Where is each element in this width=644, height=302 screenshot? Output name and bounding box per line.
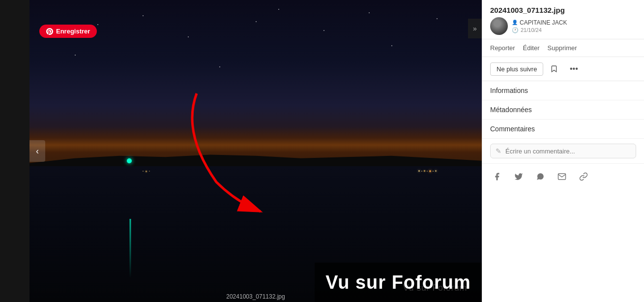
- reporter-button[interactable]: Reporter: [490, 44, 515, 52]
- night-scene: Vu sur Foforum 20241003_071132.jpg: [29, 0, 482, 302]
- panel-user-row: 👤 CAPITAINE JACK 🕐 21/10/24: [490, 17, 636, 35]
- whatsapp-share-icon[interactable]: [533, 170, 547, 183]
- chevron-right-icon: »: [473, 25, 477, 32]
- email-share-icon[interactable]: [555, 170, 569, 183]
- avatar: [490, 17, 508, 35]
- user-icon: 👤: [512, 20, 518, 25]
- share-row: [482, 164, 644, 189]
- date-row: 🕐 21/10/24: [512, 27, 567, 33]
- more-options-button[interactable]: •••: [567, 62, 581, 76]
- informations-section[interactable]: Informations: [482, 81, 644, 100]
- link-share-icon[interactable]: [577, 170, 590, 183]
- teal-light-reflection: [130, 219, 131, 278]
- pinterest-label: Enregistrer: [56, 28, 90, 35]
- nav-arrow-left[interactable]: ‹: [29, 140, 45, 162]
- user-name-row: 👤 CAPITAINE JACK: [512, 19, 567, 26]
- large-watermark-overlay: Vu sur Foforum: [315, 263, 482, 302]
- pinterest-button[interactable]: Enregistrer: [39, 25, 97, 38]
- left-overlay: [0, 0, 29, 302]
- commentaires-section[interactable]: Commentaires: [482, 120, 644, 139]
- username[interactable]: CAPITAINE JACK: [520, 19, 567, 26]
- right-panel: 20241003_071132.jpg 👤 CAPITAINE JACK 🕐 2…: [482, 0, 644, 302]
- comment-input[interactable]: [505, 148, 631, 155]
- comment-input-row: ✎: [490, 144, 636, 158]
- ellipsis-icon: •••: [570, 64, 578, 73]
- large-watermark-text: Vu sur Foforum: [325, 272, 470, 293]
- clock-icon: 🕐: [512, 27, 519, 33]
- image-filename-bottom: 20241003_071132.jpg: [226, 293, 285, 300]
- twitter-share-icon[interactable]: [512, 170, 526, 183]
- metadonnees-section[interactable]: Métadonnées: [482, 100, 644, 120]
- panel-follow-row: Ne plus suivre •••: [482, 57, 644, 81]
- informations-label: Informations: [490, 87, 528, 94]
- editer-button[interactable]: Éditer: [523, 44, 540, 52]
- supprimer-button[interactable]: Supprimer: [548, 44, 577, 52]
- bookmark-icon[interactable]: [547, 62, 561, 76]
- left-arrow-icon: ‹: [36, 146, 39, 156]
- post-date: 21/10/24: [521, 27, 542, 33]
- metadonnees-label: Métadonnées: [490, 106, 532, 114]
- teal-light-dot: [127, 158, 132, 163]
- user-info: 👤 CAPITAINE JACK 🕐 21/10/24: [512, 19, 567, 33]
- image-container: Vu sur Foforum 20241003_071132.jpg Enreg…: [29, 0, 482, 302]
- follow-button[interactable]: Ne plus suivre: [490, 62, 543, 76]
- pencil-icon: ✎: [496, 147, 501, 155]
- expand-panel-button[interactable]: »: [468, 19, 482, 38]
- panel-header: 20241003_071132.jpg 👤 CAPITAINE JACK 🕐 2…: [482, 0, 644, 39]
- commentaires-label: Commentaires: [490, 125, 535, 133]
- comment-area: ✎: [482, 139, 644, 164]
- facebook-share-icon[interactable]: [490, 170, 504, 183]
- panel-filename: 20241003_071132.jpg: [490, 6, 636, 14]
- panel-actions: Reporter Éditer Supprimer: [482, 39, 644, 57]
